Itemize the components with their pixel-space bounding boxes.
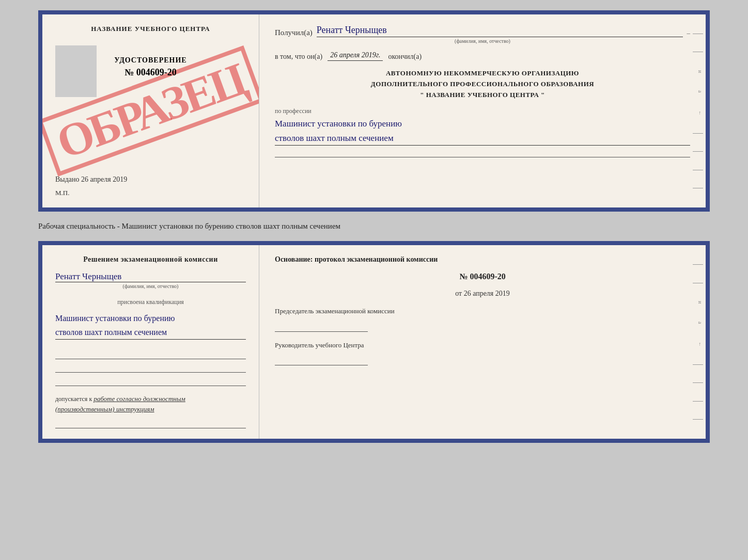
edge-lines-bottom: и а ←: [690, 245, 706, 439]
certificate-top: НАЗВАНИЕ УЧЕБНОГО ЦЕНТРА ОБРАЗЕЦ УДОСТОВ…: [38, 10, 710, 212]
bottom-left-panel: Решением экзаменационной комиссии Ренатт…: [42, 245, 259, 439]
edge-line-b5: [693, 401, 703, 402]
edge-line-b1: [693, 264, 703, 265]
edge-line-5: [693, 170, 703, 170]
udostoverenie-num: № 004609-20: [55, 67, 246, 78]
edge-label-a: а: [693, 90, 703, 92]
predsedatel-sign-line: [275, 319, 368, 332]
underline-1: [55, 350, 246, 359]
qual-line1: Машинист установки по бурению: [55, 314, 175, 323]
org-block: АВТОНОМНУЮ НЕКОММЕРЧЕСКУЮ ОРГАНИЗАЦИЮ ДО…: [275, 68, 690, 100]
resheniem-title: Решением экзаменационной комиссии: [55, 255, 246, 264]
rukovoditel-block: Руководитель учебного Центра: [275, 340, 690, 366]
vtom-row: в том, что он(а) 26 апреля 2019г. окончи…: [275, 51, 690, 61]
edge-label-barrow: ←: [693, 342, 703, 347]
profession-line2: стволов шахт полным сечением: [275, 133, 394, 143]
edge-line-b4: [693, 382, 703, 383]
middle-text: Рабочая специальность - Машинист установ…: [38, 219, 710, 233]
udostoverenie-block: УДОСТОВЕРЕНИЕ № 004609-20: [55, 56, 246, 78]
cert-header: НАЗВАНИЕ УЧЕБНОГО ЦЕНТРА: [55, 25, 246, 33]
edge-line-b3: [693, 364, 703, 365]
ot-date-value: 26 апреля 2019: [464, 290, 510, 297]
dopuskaetsya-label: допускается к: [55, 395, 92, 403]
qual-text: Машинист установки по бурению стволов ша…: [55, 311, 246, 340]
underline-bottom: [55, 419, 246, 428]
po-professii-label: по профессии: [275, 107, 690, 115]
edge-line-6: [693, 188, 703, 188]
poluchil-label: Получил(а): [275, 28, 313, 37]
bottom-right-panel: Основание: протокол экзаменационной коми…: [259, 245, 706, 439]
certificate-bottom: Решением экзаменационной комиссии Ренатт…: [38, 241, 710, 443]
edge-label-ba: а: [693, 322, 703, 324]
recipient-name-bottom: Ренатт Черныщев: [55, 271, 246, 282]
protocol-num: № 004609-20: [275, 272, 690, 281]
profession-text: Машинист установки по бурению стволов ша…: [275, 117, 690, 145]
edge-label-arrow: ←: [693, 110, 703, 116]
vydano-date: 26 апреля 2019: [81, 175, 127, 183]
profession-block: по профессии Машинист установки по бурен…: [275, 107, 690, 157]
org-line2: ДОПОЛНИТЕЛЬНОГО ПРОФЕССИОНАЛЬНОГО ОБРАЗО…: [275, 79, 690, 90]
edge-line-b6: [693, 419, 703, 420]
predsedatel-label: Председатель экзаменационной комиссии: [275, 306, 690, 316]
underlines-block: [55, 350, 246, 386]
vydano-label: Выдано: [55, 175, 80, 183]
org-line1: АВТОНОМНУЮ НЕКОММЕРЧЕСКУЮ ОРГАНИЗАЦИЮ: [275, 68, 690, 79]
edge-label-bi: и: [693, 301, 703, 303]
osnovanie-title: Основание: протокол экзаменационной коми…: [275, 255, 690, 264]
qual-line2: стволов шахт полным сечением: [55, 328, 167, 337]
completion-date: 26 апреля 2019г.: [328, 51, 383, 61]
qualification-block: Машинист установки по бурению стволов ша…: [55, 311, 246, 340]
poluchil-row: Получил(а) Ренатт Черныщев – (фамилия, и…: [275, 25, 690, 44]
prisvoena-label: присвоена квалификация: [55, 298, 246, 306]
edge-lines-top: и а ←: [690, 14, 706, 207]
edge-line-3: [693, 133, 703, 134]
dopuskaetsya-text: допускается к работе согласно должностны…: [55, 394, 246, 414]
edge-line-2: [693, 52, 703, 52]
edge-label-i: и: [693, 70, 703, 73]
mp-label: М.П.: [55, 189, 246, 197]
bottom-name-block: Ренатт Черныщев (фамилия, имя, отчество): [55, 271, 246, 289]
vtom-label: в том, что он(а): [275, 53, 322, 61]
fio-sublabel-bottom: (фамилия, имя, отчество): [55, 283, 246, 289]
profession-line1: Машинист установки по бурению: [275, 119, 402, 129]
underline-2: [55, 363, 246, 373]
ot-date: от 26 апреля 2019: [275, 290, 690, 298]
edge-line-1: [693, 34, 703, 34]
ot-label: от: [455, 290, 462, 297]
profession-underline: [275, 148, 690, 157]
edge-line-4: [693, 151, 703, 152]
cert-left-panel: НАЗВАНИЕ УЧЕБНОГО ЦЕНТРА ОБРАЗЕЦ УДОСТОВ…: [42, 14, 259, 207]
rukovoditel-label: Руководитель учебного Центра: [275, 340, 690, 350]
okonchil-label: окончил(а): [388, 53, 422, 61]
cert-left-footer: Выдано 26 апреля 2019 М.П.: [55, 165, 246, 197]
udostoverenie-title: УДОСТОВЕРЕНИЕ: [55, 56, 246, 65]
underline-3: [55, 377, 246, 386]
predsedatel-block: Председатель экзаменационной комиссии: [275, 306, 690, 332]
vydano-line: Выдано 26 апреля 2019: [55, 175, 246, 184]
edge-line-b2: [693, 283, 703, 283]
recipient-name-top: Ренатт Черныщев: [317, 25, 683, 37]
cert-right-panel: Получил(а) Ренатт Черныщев – (фамилия, и…: [259, 14, 706, 207]
fio-sublabel-top: (фамилия, имя, отчество): [275, 38, 690, 44]
org-line3: " НАЗВАНИЕ УЧЕБНОГО ЦЕНТРА ": [275, 90, 690, 101]
rukovoditel-sign-line: [275, 353, 368, 365]
